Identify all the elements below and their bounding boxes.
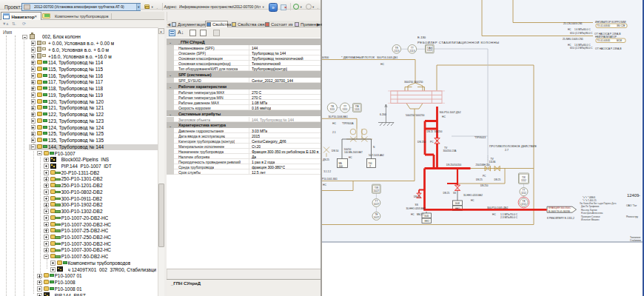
svg-text:В-1603 ТХ-01-302/36: В-1603 ТХ-01-302/36 [549,210,570,213]
svg-text:1111: 1111 [355,108,360,111]
svg-text:N: N [373,146,375,149]
svg-text:Нач.отд. Карпов: Нач.отд. Карпов [581,209,597,212]
svg-text:* ДВУХФАЗНЫЙ ПОТОК: * ДВУХФАЗНЫЙ ПОТОК [341,56,375,59]
svg-text:300-Р16-1003-ДБ1: 300-Р16-1003-ДБ1 [377,56,398,59]
svg-text:300/200: 300/200 [435,130,443,133]
svg-text:DN 25: DN 25 [427,130,434,133]
svg-text:Н.контрольАлексеева: Н.контрольАлексеева [581,212,603,215]
svg-text:1027: 1027 [374,189,380,192]
svg-text:ТХ-01-003/40: ТХ-01-003/40 [597,24,611,27]
svg-text:300-Р10-1007-ДБ2: 300-Р10-1007-ДБ2 [440,111,461,114]
svg-text:1111: 1111 [343,108,348,111]
svg-text:300/300: 300/300 [322,56,329,59]
svg-text:6.200: 6.200 [380,113,386,116]
svg-text:300-Р10-1005-ДБ2: 300-Р10-1005-ДБ2 [487,206,508,209]
svg-text:ОАО 'Тат: ОАО 'Тат [626,204,637,207]
svg-text:Проверил Соловьв: Проверил Соловьв [581,215,600,218]
svg-text:30-ННО-0203-ББ2: 30-ННО-0203-ББ2 [406,207,426,210]
svg-text:1.6 МПа/60.0 С: 1.6 МПа/60.0 С [574,28,591,31]
svg-text:DN 25: DN 25 [443,192,450,195]
svg-text:ДN 25: ДN 25 [323,158,329,161]
svg-text:НС: НС [568,28,571,31]
svg-text:НС: НС [442,115,446,118]
svg-text:Е-130: Е-130 [417,36,426,39]
svg-text:300/200-13А: 300/200-13А [443,149,457,152]
svg-text:1112: 1112 [521,192,526,195]
svg-text:63.0 (2.2 МПа)/80.0 С: 63.0 (2.2 МПа)/80.0 С [570,47,593,50]
svg-text:ФРАКЦИЯ 300-350С: ФРАКЦИЯ 300-350С [549,206,571,209]
svg-text:Исполнит Мишкин: Исполнит Мишкин [581,218,600,221]
svg-text:500/250 500/250: 500/250 500/250 [406,114,425,117]
svg-text:1027: 1027 [374,203,380,206]
svg-text:МБ: МБ [339,162,342,165]
svg-text:2.7: 2.7 [505,149,509,152]
svg-text:300/250 300/250: 300/250 300/250 [404,81,423,84]
svg-text:ТV: ТV [444,147,448,149]
svg-text:ТХ-01-003/45: ТХ-01-003/45 [597,39,611,42]
svg-text:*ПРУ601А: *ПРУ601А [342,122,354,125]
svg-text:1113: 1113 [427,49,432,52]
svg-text:МСМ: МСМ [617,39,622,42]
svg-text:З.1 2.2: З.1 2.2 [323,170,331,173]
svg-text:1111: 1111 [329,108,335,111]
svg-text:1.1 МПа/70.0 С: 1.1 МПа/70.0 С [500,213,518,216]
svg-text:ОТ НАСОСА Р-139А,В: ОТ НАСОСА Р-139А,В [595,47,622,50]
svg-text:50-Л-5013-АБ2: 50-Л-5013-АБ2 [369,154,384,157]
svg-text:700: 700 [369,162,372,165]
svg-text:НС: НС [323,184,326,186]
svg-text:30-Р10-1006-ББ1: 30-Р10-1006-ББ1 [329,115,348,118]
svg-text:DN 25: DN 25 [494,178,501,181]
svg-text:2.1: 2.1 [332,131,336,134]
svg-text:100-МБ-2003-ББТ: 100-МБ-2003-ББТ [344,151,363,154]
svg-text:600: 600 [339,165,343,168]
svg-text:НС: НС [492,213,496,216]
svg-text:РС: РС [483,175,486,178]
svg-text:30-ННО-0203-ББ2: 30-ННО-0203-ББ2 [463,194,483,197]
svg-text:DN 250/50/200: DN 250/50/200 [446,164,462,166]
svg-text:НЕЙТРАЛИЗАТОР: НЕЙТРАЛИЗАТОР [595,36,617,38]
svg-text:Лис Колич.Изм Лист №док Подпис: Лис Колич.Изм Лист №док Подпись Дата [580,202,617,205]
svg-text:НС: НС [332,122,336,125]
svg-text:Див.По Трофимов: Див.По Трофимов [581,205,600,208]
svg-text:НС: НС [411,213,415,216]
svg-text:ОТ НАСОСА Р-139А,В: ОТ НАСОСА Р-139А,В [594,33,621,36]
svg-text:SS: SS [453,192,456,195]
svg-text:РЕБОЙЛЕР СТАБИЛИЗАЦИОННОЙ КОЛО: РЕБОЙЛЕР СТАБИЛИЗАЦИОННОЙ КОЛОННЫ [417,41,499,44]
svg-text:380 С2В: 380 С2В [617,24,625,27]
svg-text:1.6 МПа/60.0 С: 1.6 МПа/60.0 С [574,44,591,47]
svg-text:ННО: ННО [455,207,460,210]
svg-text:25-NEU-1003-CN1: 25-NEU-1003-CN1 [563,38,583,41]
svg-text:К РЕБОЙЛЕРУ Е-1311,2: К РЕБОЙЛЕРУ Е-1311,2 [547,217,574,220]
svg-text:1608: 1608 [455,202,460,205]
svg-text:РС: РС [430,141,434,144]
svg-text:1112: 1112 [521,203,526,206]
svg-text:DN 50: DN 50 [332,149,339,152]
svg-text:250/20ВН 250: 250/20ВН 250 [476,164,491,166]
svg-text:Реконстру: Реконстру [626,215,638,218]
svg-text:DN 250: DN 250 [480,184,489,187]
svg-text:DN 250: DN 250 [417,141,426,144]
svg-text:Стабилизо: Стабилизо [630,239,641,242]
svg-text:11136: 11136 [489,161,496,164]
svg-text:1027: 1027 [374,216,380,219]
svg-text:SS: SS [415,204,418,206]
svg-text:Л: Л [369,165,371,168]
svg-text:НС: НС [568,44,571,47]
svg-text:DN 25: DN 25 [476,178,483,181]
svg-text:*ПРУ6013: *ПРУ6013 [474,136,486,139]
svg-text:НС: НС [349,156,352,159]
svg-text:2.3 МПа/80.0 С: 2.3 МПа/80.0 С [500,216,518,219]
svg-text:1113: 1113 [409,50,415,53]
svg-text:63.0 (2.2 МПа)/80.0 С: 63.0 (2.2 МПа)/80.0 С [570,32,593,35]
svg-text:DN 25: DN 25 [414,195,420,198]
svg-text:НС: НС [471,199,474,202]
svg-text:1112: 1112 [521,179,526,182]
svg-text:ПРОТИВОПОЛОЖНОЕ ДЕЙСТВИЕ: ПРОТИВОПОЛОЖНОЕ ДЕЙСТВИЕ [489,145,537,148]
svg-text:ИНГИБИТОР КОРРОЗИИ: ИНГИБИТОР КОРРОЗИИ [595,21,626,24]
svg-text:*т *з 7-400-15: *т *з 7-400-15 [583,199,597,202]
svg-text:Р10-1001-ББ1: Р10-1001-ББ1 [322,178,338,181]
svg-text:1640: 1640 [424,215,429,218]
svg-text:25-CN-1003-CN1: 25-CN-1003-CN1 [563,22,583,25]
svg-text:ННО: ННО [425,220,430,223]
svg-text:НС: НС [380,63,384,66]
